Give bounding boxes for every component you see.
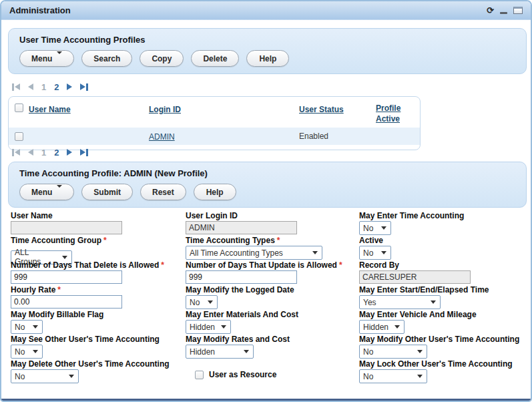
first-page-icon — [12, 149, 20, 156]
chevron-down-icon — [244, 350, 249, 353]
may-modify-other-label: May Modify Other User's Time Accounting — [359, 335, 527, 344]
field-may-enter-start-end-elapsed: May Enter Start/End/Elapsed Time Yes — [359, 285, 527, 310]
field-time-accounting-types: Time Accounting Types* All Time Accounti… — [186, 236, 359, 260]
may-see-other-select[interactable]: No — [11, 345, 43, 359]
copy-button[interactable]: Copy — [140, 50, 184, 67]
profiles-panel-title: User Time Accounting Profiles — [19, 35, 526, 45]
cell-login-id-link[interactable]: ADMIN — [149, 132, 175, 142]
previous-page-icon — [28, 83, 33, 90]
may-modify-logged-date-label: May Modify the Logged Date — [186, 285, 359, 294]
chevron-down-icon — [381, 226, 386, 230]
profiles-table: User Name Login ID User Status Profile A… — [8, 96, 421, 150]
next-page-icon[interactable] — [67, 149, 72, 156]
may-modify-rates-label: May Modify Rates and Cost — [186, 335, 359, 344]
menu-button-label: Menu — [31, 188, 52, 197]
time-accounting-types-select[interactable]: All Time Accounting Types — [186, 246, 322, 260]
days-delete-input[interactable] — [11, 270, 122, 284]
may-lock-other-select[interactable]: No — [359, 369, 427, 383]
chevron-down-icon — [221, 325, 226, 329]
field-may-modify-logged-date: May Modify the Logged Date No — [186, 285, 359, 310]
menu-button-label: Menu — [31, 54, 52, 63]
last-page-icon[interactable] — [80, 149, 88, 156]
user-login-id-label: User Login ID — [186, 211, 359, 220]
field-time-accounting-group: Time Accounting Group* ALL Groups — [11, 236, 186, 260]
menu-button[interactable]: Menu — [19, 50, 74, 67]
may-enter-start-end-elapsed-label: May Enter Start/End/Elapsed Time — [359, 285, 527, 294]
user-login-id-input — [186, 221, 297, 234]
may-enter-time-accounting-select[interactable]: No — [359, 221, 391, 235]
field-may-enter-time-accounting: May Enter Time Accounting No — [359, 211, 527, 236]
chevron-down-icon — [394, 325, 400, 329]
active-label: Active — [359, 236, 527, 245]
maximize-icon[interactable] — [513, 7, 523, 14]
chevron-down-icon — [417, 375, 423, 378]
chevron-down-icon — [431, 300, 436, 304]
chevron-down-icon — [69, 375, 74, 378]
may-modify-billable-flag-label: May Modify Billable Flag — [11, 310, 186, 319]
chevron-down-icon — [381, 251, 386, 254]
cell-user-status: Enabled — [299, 132, 376, 141]
user-as-resource-checkbox[interactable] — [195, 371, 204, 379]
record-by-input — [359, 270, 471, 284]
may-delete-other-select[interactable]: No — [11, 369, 79, 383]
field-may-modify-billable-flag: May Modify Billable Flag No — [11, 310, 186, 335]
required-asterisk: * — [277, 236, 280, 245]
field-may-enter-materials: May Enter Materials And Cost Hidden — [186, 310, 359, 335]
hourly-rate-input[interactable] — [11, 295, 122, 309]
sort-login-id-link[interactable]: Login ID — [149, 104, 181, 115]
field-active: Active No — [359, 236, 527, 260]
menu-dropdown-icon — [57, 188, 62, 197]
may-modify-billable-flag-select[interactable]: No — [11, 320, 43, 334]
page-number-link[interactable]: 2 — [54, 148, 59, 158]
sort-user-name-link[interactable]: User Name — [29, 104, 71, 115]
reset-button[interactable]: Reset — [140, 184, 186, 200]
required-asterisk: * — [57, 285, 61, 294]
search-button[interactable]: Search — [81, 50, 132, 67]
table-header-row: User Name Login ID User Status Profile A… — [9, 97, 420, 128]
help-button[interactable]: Help — [194, 184, 236, 200]
chevron-down-icon — [33, 325, 38, 329]
minimize-icon[interactable] — [500, 12, 507, 14]
may-enter-time-accounting-label: May Enter Time Accounting — [359, 211, 527, 220]
field-may-see-other: May See Other User's Time Accounting No — [11, 335, 186, 359]
page-number-link[interactable]: 2 — [54, 82, 59, 92]
may-enter-vehicle-select[interactable]: Hidden — [359, 320, 405, 334]
chevron-down-icon — [33, 350, 38, 353]
field-user-name: User Name — [11, 211, 186, 236]
first-page-icon — [12, 83, 20, 91]
days-update-label: Number of Days That Update is Allowed* — [186, 260, 359, 270]
may-modify-other-select[interactable]: No — [359, 345, 427, 359]
row-checkbox[interactable] — [15, 132, 23, 141]
profile-detail-panel: Time Accounting Profile: ADMIN (New Prof… — [8, 162, 527, 208]
may-enter-start-end-elapsed-select[interactable]: Yes — [359, 295, 441, 309]
profiles-panel: User Time Accounting Profiles Menu Searc… — [8, 28, 527, 74]
field-days-delete: Number of Days That Delete is Allowed* — [11, 260, 186, 285]
profile-detail-panel-title: Time Accounting Profile: ADMIN (New Prof… — [19, 168, 526, 178]
pagination-top: 1 2 — [12, 81, 88, 92]
may-delete-other-label: May Delete Other User's Time Accounting — [11, 359, 186, 369]
previous-page-icon — [28, 149, 33, 156]
menu-button[interactable]: Menu — [19, 184, 74, 200]
days-delete-label: Number of Days That Delete is Allowed* — [11, 260, 186, 270]
days-update-input[interactable] — [186, 270, 297, 284]
sort-user-status-link[interactable]: User Status — [299, 104, 344, 115]
select-all-checkbox[interactable] — [15, 104, 23, 112]
next-page-icon[interactable] — [67, 83, 72, 90]
sort-profile-active-link[interactable]: Profile Active — [376, 103, 419, 124]
may-enter-materials-select[interactable]: Hidden — [186, 320, 231, 334]
last-page-icon[interactable] — [80, 83, 88, 91]
delete-button[interactable]: Delete — [191, 50, 239, 67]
chevron-down-icon — [312, 251, 318, 254]
required-asterisk: * — [161, 260, 164, 270]
may-modify-logged-date-select[interactable]: No — [186, 295, 218, 309]
refresh-icon[interactable]: ⟳ — [487, 6, 494, 15]
record-by-label: Record By — [359, 260, 527, 270]
help-button[interactable]: Help — [246, 50, 289, 67]
user-name-input — [11, 221, 122, 234]
window-controls: ⟳ — [487, 6, 523, 15]
active-select[interactable]: No — [359, 246, 391, 260]
may-modify-rates-select[interactable]: Hidden — [186, 345, 254, 359]
required-asterisk: * — [103, 236, 107, 245]
profile-form: User Name Time Accounting Group* ALL Gro… — [11, 211, 528, 384]
submit-button[interactable]: Submit — [81, 184, 133, 200]
